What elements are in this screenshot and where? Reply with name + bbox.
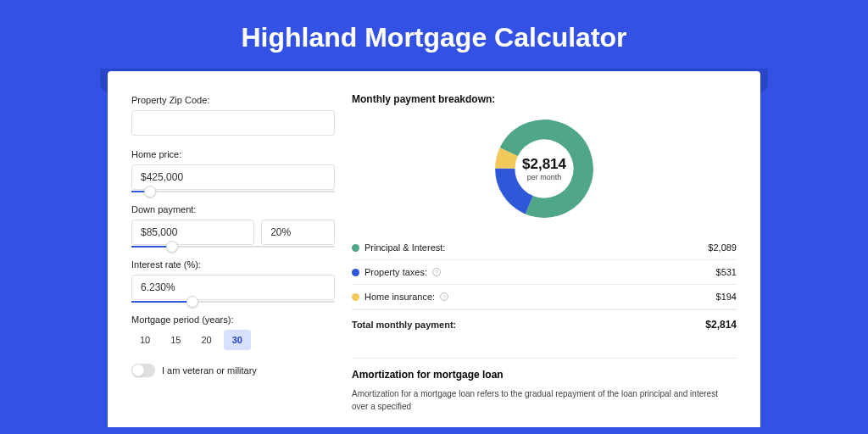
zip-label: Property Zip Code: bbox=[131, 95, 335, 105]
legend-value: $531 bbox=[716, 267, 737, 277]
down-payment-label: Down payment: bbox=[131, 204, 335, 214]
legend-value: $194 bbox=[716, 292, 737, 302]
period-label: Mortgage period (years): bbox=[131, 314, 335, 325]
veteran-label: I am veteran or military bbox=[162, 365, 257, 376]
donut-chart-wrap: $2,814 per month bbox=[352, 117, 737, 220]
input-column: Property Zip Code: Home price: Down paym… bbox=[131, 93, 335, 405]
veteran-toggle[interactable] bbox=[131, 364, 155, 377]
donut-amount: $2,814 bbox=[522, 156, 566, 173]
down-payment-pct-input[interactable] bbox=[261, 220, 335, 245]
info-icon[interactable]: ? bbox=[432, 268, 441, 276]
down-payment-amount-input[interactable] bbox=[131, 220, 254, 245]
total-value: $2,814 bbox=[705, 319, 737, 331]
legend-label: Principal & Interest: bbox=[364, 242, 445, 253]
legend-value: $2,089 bbox=[708, 242, 737, 253]
period-btn-30[interactable]: 30 bbox=[224, 330, 251, 350]
legend-row: Principal & Interest:$2,089 bbox=[352, 236, 737, 260]
banner-accent: Property Zip Code: Home price: Down paym… bbox=[100, 69, 768, 92]
breakdown-column: Monthly payment breakdown: $2,814 per mo… bbox=[352, 93, 737, 405]
home-price-input[interactable] bbox=[131, 164, 335, 190]
period-options: 10152030 bbox=[131, 330, 335, 350]
calculator-panel: Property Zip Code: Home price: Down paym… bbox=[108, 71, 760, 427]
home-price-slider[interactable] bbox=[131, 191, 335, 192]
slider-thumb[interactable] bbox=[144, 186, 156, 198]
legend: Principal & Interest:$2,089Property taxe… bbox=[352, 236, 737, 309]
amortization-section: Amortization for mortgage loan Amortizat… bbox=[352, 358, 737, 413]
legend-row: Property taxes:?$531 bbox=[352, 260, 737, 285]
period-btn-20[interactable]: 20 bbox=[193, 330, 220, 350]
slider-thumb[interactable] bbox=[186, 296, 198, 308]
slider-thumb[interactable] bbox=[166, 241, 178, 253]
interest-rate-input[interactable] bbox=[131, 275, 335, 300]
legend-dot bbox=[352, 244, 359, 252]
legend-total-row: Total monthly payment: $2,814 bbox=[352, 309, 737, 337]
breakdown-title: Monthly payment breakdown: bbox=[352, 93, 737, 105]
legend-label: Property taxes: bbox=[364, 267, 427, 277]
interest-rate-slider[interactable] bbox=[131, 301, 335, 303]
info-icon[interactable]: ? bbox=[440, 292, 448, 301]
amortization-title: Amortization for mortgage loan bbox=[352, 369, 737, 381]
slider-fill bbox=[131, 301, 192, 303]
amortization-text: Amortization for a mortgage loan refers … bbox=[352, 387, 737, 413]
toggle-knob bbox=[132, 364, 144, 376]
legend-row: Home insurance:?$194 bbox=[352, 285, 737, 309]
home-price-label: Home price: bbox=[131, 149, 335, 159]
down-payment-slider[interactable] bbox=[131, 246, 335, 248]
period-btn-10[interactable]: 10 bbox=[131, 330, 159, 350]
legend-dot bbox=[352, 293, 359, 301]
legend-label: Home insurance: bbox=[364, 292, 435, 302]
page-title: Highland Mortgage Calculator bbox=[241, 22, 626, 53]
zip-input[interactable] bbox=[131, 110, 335, 136]
total-label: Total monthly payment: bbox=[352, 320, 456, 330]
interest-rate-label: Interest rate (%): bbox=[131, 259, 335, 270]
donut-sub: per month bbox=[527, 173, 562, 181]
period-btn-15[interactable]: 15 bbox=[162, 330, 189, 350]
legend-dot bbox=[352, 269, 359, 276]
donut-chart: $2,814 per month bbox=[492, 117, 596, 220]
